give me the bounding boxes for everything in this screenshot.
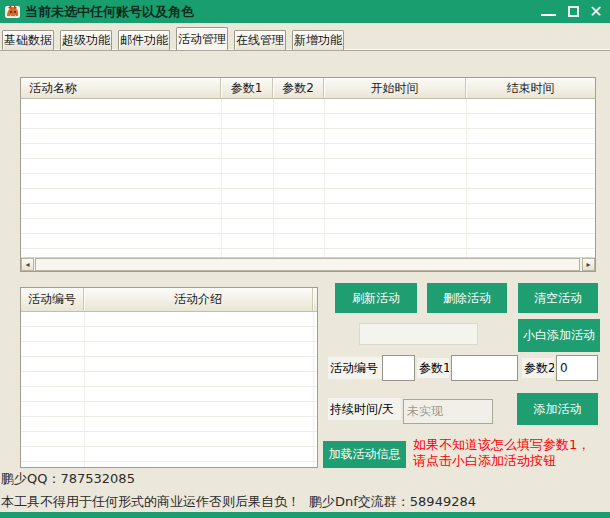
titlebar: 当前未选中任何账号以及角色 ✕: [0, 0, 610, 23]
hint-line1: 如果不知道该怎么填写参数1，: [413, 437, 590, 453]
tab-activity-management[interactable]: 活动管理: [176, 27, 228, 50]
duration-label: 持续时间/天: [328, 398, 401, 420]
activity-id-label: 活动编号: [328, 357, 382, 379]
app-window: 当前未选中任何账号以及角色 ✕ 基础数据 超级功能 邮件功能 活动管理 在线管理…: [0, 0, 610, 518]
close-button[interactable]: ✕: [586, 0, 606, 23]
detail-table: 活动编号 活动介绍: [20, 287, 318, 468]
close-icon: ✕: [589, 2, 602, 21]
clear-activity-button[interactable]: 清空活动: [518, 283, 598, 313]
param1-input[interactable]: [451, 355, 518, 381]
add-activity-button[interactable]: 添加活动: [517, 393, 598, 425]
column-header-activity-name[interactable]: 活动名称: [21, 78, 221, 98]
column-header-stub: [313, 288, 317, 311]
window-title: 当前未选中任何账号以及角色: [25, 0, 194, 23]
activity-table-header: 活动名称 参数1 参数2 开始时间 结束时间: [21, 78, 595, 99]
param2-label: 参数2: [522, 358, 554, 378]
column-divider: [313, 312, 314, 467]
footer-group-line: 鹏少Dnf交流群：58949284: [309, 493, 476, 511]
tab-super-functions[interactable]: 超级功能: [60, 30, 112, 50]
tab-basic-data[interactable]: 基础数据: [2, 30, 54, 50]
load-activity-info-button[interactable]: 加载活动信息: [323, 441, 406, 468]
tab-mail-functions[interactable]: 邮件功能: [118, 30, 170, 50]
column-divider: [324, 99, 325, 257]
scroll-right-icon: ▸: [586, 260, 590, 269]
tab-bar: 基础数据 超级功能 邮件功能 活动管理 在线管理 新增功能: [2, 27, 344, 50]
column-header-param1[interactable]: 参数1: [221, 78, 273, 98]
column-divider: [466, 99, 467, 257]
bottom-green-bar: [0, 512, 610, 518]
scroll-left-button[interactable]: ◂: [21, 258, 34, 271]
maximize-button[interactable]: [564, 0, 582, 23]
novice-add-activity-button[interactable]: 小白添加活动: [518, 319, 600, 352]
column-divider: [273, 99, 274, 257]
footer-line: 本工具不得用于任何形式的商业运作否则后果自负！ 鹏少Dnf交流群：5894928…: [1, 493, 476, 511]
minimize-icon: [541, 14, 556, 16]
scrollbar-thumb[interactable]: [35, 258, 580, 271]
tabstrip-baseline: [0, 50, 610, 51]
param2-input[interactable]: [556, 355, 598, 381]
app-icon: [4, 3, 21, 20]
footer-disclaimer: 本工具不得用于任何形式的商业运作否则后果自负！: [1, 493, 300, 511]
duration-input[interactable]: [403, 399, 493, 424]
scroll-right-button[interactable]: ▸: [582, 258, 595, 271]
column-divider: [221, 99, 222, 257]
minimize-button[interactable]: [538, 0, 558, 23]
column-header-end-time[interactable]: 结束时间: [466, 78, 595, 98]
column-divider: [84, 312, 85, 467]
activity-table: 活动名称 参数1 参数2 开始时间 结束时间 ◂ ▸: [20, 77, 596, 272]
tab-new-functions[interactable]: 新增功能: [292, 30, 344, 50]
scroll-left-icon: ◂: [25, 260, 29, 269]
detail-table-body[interactable]: [21, 312, 317, 467]
footer-qq-line: 鹏少QQ：787532085: [1, 470, 135, 488]
maximize-icon: [568, 6, 579, 17]
column-header-activity-id[interactable]: 活动编号: [21, 288, 84, 311]
horizontal-scrollbar[interactable]: ◂ ▸: [21, 257, 595, 271]
column-header-start-time[interactable]: 开始时间: [324, 78, 466, 98]
filter-input[interactable]: [359, 323, 478, 345]
delete-activity-button[interactable]: 删除活动: [427, 283, 507, 313]
column-header-activity-intro[interactable]: 活动介绍: [84, 288, 313, 311]
param1-hint-text: 如果不知道该怎么填写参数1， 请点击小白添加活动按钮: [413, 437, 590, 469]
detail-table-header: 活动编号 活动介绍: [21, 288, 317, 312]
column-header-param2[interactable]: 参数2: [273, 78, 324, 98]
activity-id-input[interactable]: [382, 355, 415, 381]
refresh-activity-button[interactable]: 刷新活动: [335, 283, 417, 313]
hint-line2: 请点击小白添加活动按钮: [413, 453, 590, 469]
param1-label: 参数1: [417, 358, 449, 378]
tab-online-management[interactable]: 在线管理: [234, 30, 286, 50]
activity-table-body[interactable]: [21, 99, 595, 257]
